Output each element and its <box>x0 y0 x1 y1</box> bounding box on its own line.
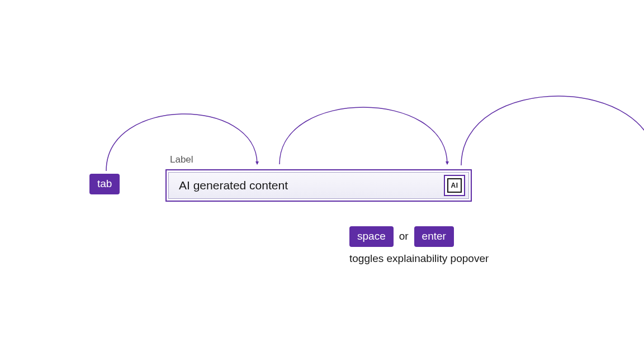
action-keys-row: space or enter <box>349 226 454 247</box>
ai-text-input-focus-ring: AI generated content AI <box>165 169 472 202</box>
input-content-text: AI generated content <box>179 179 288 192</box>
tab-key-badge: tab <box>89 174 120 194</box>
enter-key-badge: enter <box>414 226 454 247</box>
space-key-badge: space <box>349 226 394 247</box>
ai-explainability-badge[interactable]: AI <box>447 178 462 193</box>
action-description: toggles explainability popover <box>349 253 489 265</box>
or-text: or <box>399 230 409 242</box>
field-label: Label <box>170 154 193 165</box>
ai-text-input[interactable]: AI generated content AI <box>168 172 469 199</box>
ai-badge-focus-ring: AI <box>444 175 465 196</box>
